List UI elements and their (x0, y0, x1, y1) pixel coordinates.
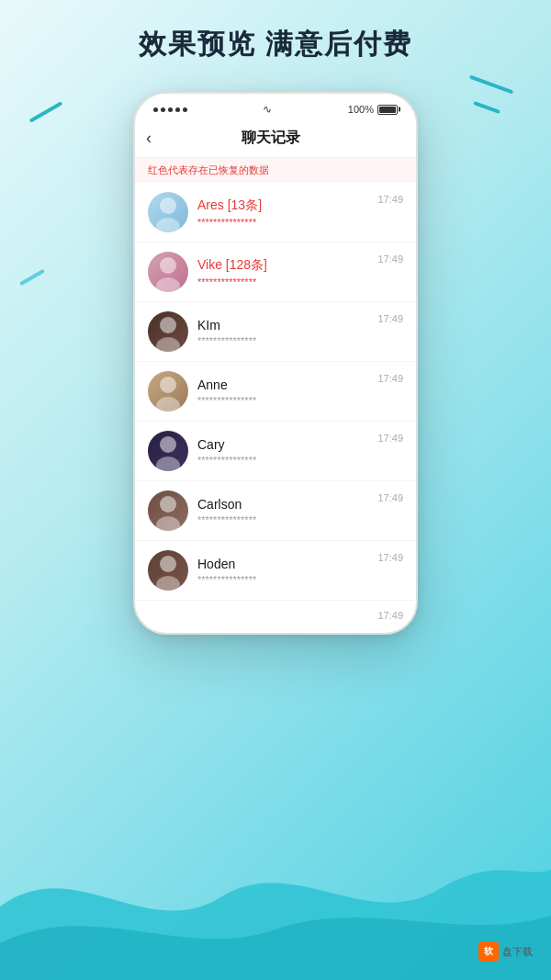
contact-name: KIm (197, 318, 377, 332)
headline-text: 效果预览 满意后付费 (139, 28, 412, 59)
contact-name: Ares [13条] (197, 197, 377, 214)
dot5 (183, 107, 187, 112)
contact-item[interactable]: KIm***************17:49 (135, 302, 416, 362)
bg-dash-right2 (473, 101, 500, 114)
contact-preview: *************** (197, 574, 377, 585)
contact-time: 17:49 (377, 433, 403, 444)
contact-name: Hoden (197, 557, 377, 571)
phone-frame: ∿ 100% ‹ 聊天记录 红色代表存在已恢复的数据 Ares [13条]***… (133, 92, 418, 635)
status-right: 100% (348, 104, 398, 115)
contact-info: Cary*************** (197, 437, 377, 466)
headline: 效果预览 满意后付费 (0, 26, 551, 63)
svg-point-6 (160, 377, 176, 393)
notice-text: 红色代表存在已恢复的数据 (148, 164, 269, 175)
svg-point-3 (156, 277, 180, 292)
contact-time: 17:49 (377, 492, 403, 503)
contact-time: 17:49 (377, 373, 403, 384)
avatar (148, 192, 188, 232)
partial-time: 17:49 (377, 610, 403, 621)
dot4 (175, 107, 180, 112)
contact-time: 17:49 (377, 552, 403, 563)
svg-point-4 (160, 317, 176, 333)
status-dots (153, 107, 187, 112)
contact-item[interactable]: Anne***************17:49 (135, 362, 416, 422)
bg-dash-topright (469, 75, 513, 95)
watermark-icon: 软 (478, 941, 499, 962)
avatar (148, 431, 188, 471)
contact-preview: *************** (197, 276, 377, 287)
contact-info: Ares [13条]*************** (197, 197, 377, 228)
contact-preview: *************** (197, 335, 377, 346)
contact-preview: *************** (197, 514, 377, 525)
avatar (148, 311, 188, 352)
contact-name: Anne (197, 377, 377, 392)
battery-icon (377, 105, 398, 115)
contact-info: Hoden*************** (197, 557, 377, 585)
contact-list: Ares [13条]***************17:49 Vike [128… (135, 183, 416, 601)
contact-time: 17:49 (377, 253, 403, 265)
svg-point-0 (160, 197, 176, 214)
dot1 (153, 107, 158, 112)
svg-point-7 (156, 397, 180, 411)
contact-preview: *************** (197, 395, 377, 406)
watermark: 软 盘下载 (478, 941, 533, 962)
contact-info: Vike [128条]*************** (197, 257, 377, 287)
svg-point-11 (156, 516, 180, 531)
svg-point-5 (156, 337, 180, 352)
contact-info: Anne*************** (197, 377, 377, 406)
bg-dash-topleft (29, 101, 63, 122)
avatar (148, 490, 188, 531)
svg-point-8 (160, 436, 176, 453)
phone-container: ∿ 100% ‹ 聊天记录 红色代表存在已恢复的数据 Ares [13条]***… (133, 92, 418, 635)
dot2 (161, 107, 165, 112)
contact-item[interactable]: Cary***************17:49 (135, 422, 416, 481)
avatar (148, 550, 188, 591)
avatar (148, 371, 188, 411)
contact-item[interactable]: Carlson***************17:49 (135, 481, 416, 541)
wave-bottom (0, 796, 551, 980)
svg-point-2 (160, 257, 176, 274)
notice-bar: 红色代表存在已恢复的数据 (135, 158, 416, 183)
contact-info: KIm*************** (197, 318, 377, 346)
battery-text: 100% (348, 104, 374, 115)
contact-item[interactable]: Ares [13条]***************17:49 (135, 183, 416, 242)
status-bar: ∿ 100% (135, 94, 416, 119)
battery-fill (379, 107, 396, 113)
back-button[interactable]: ‹ (146, 127, 159, 150)
contact-preview: *************** (197, 455, 377, 466)
contact-name: Carlson (197, 497, 377, 512)
contact-time: 17:49 (377, 313, 403, 324)
svg-point-10 (160, 496, 176, 513)
avatar (148, 252, 188, 292)
svg-point-13 (156, 576, 180, 591)
dot3 (168, 107, 173, 112)
contact-item-partial[interactable]: 17:49 (135, 601, 416, 633)
watermark-text: 盘下载 (502, 945, 533, 959)
contact-item[interactable]: Vike [128条]***************17:49 (135, 242, 416, 302)
bg-dash-left2 (19, 269, 45, 286)
contact-item[interactable]: Hoden***************17:49 (135, 541, 416, 601)
contact-info: Carlson*************** (197, 497, 377, 525)
contact-time: 17:49 (377, 194, 403, 205)
contact-name: Cary (197, 437, 377, 452)
svg-point-9 (156, 456, 180, 471)
wifi-icon: ∿ (263, 103, 272, 116)
nav-bar: ‹ 聊天记录 (135, 119, 416, 158)
contact-name: Vike [128条] (197, 257, 377, 274)
svg-point-1 (156, 218, 180, 232)
nav-title: 聊天记录 (159, 129, 383, 148)
svg-point-12 (160, 556, 176, 572)
contact-preview: *************** (197, 217, 377, 228)
